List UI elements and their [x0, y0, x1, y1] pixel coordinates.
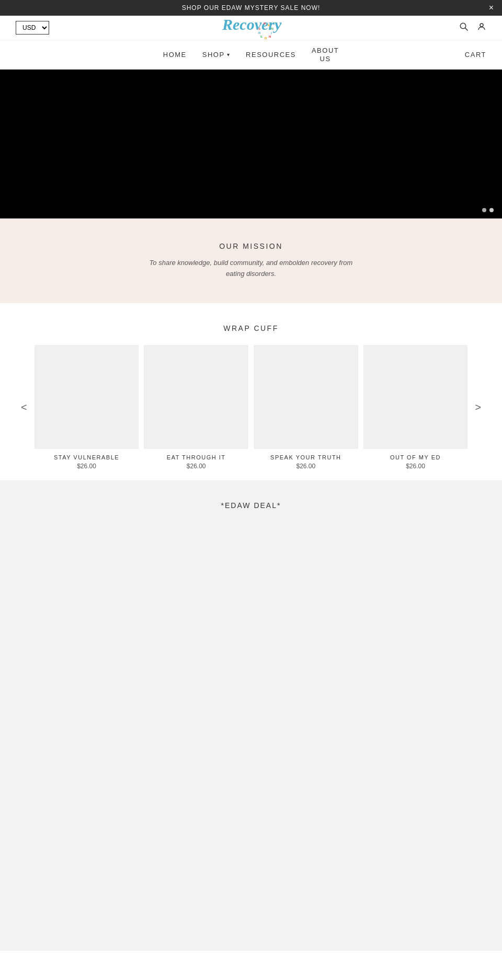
svg-point-13 — [480, 24, 483, 27]
header-left: USD — [16, 21, 49, 34]
carousel-next-button[interactable]: > — [470, 396, 486, 419]
product-image — [35, 345, 139, 449]
nav-home[interactable]: HOME — [163, 51, 187, 59]
wrap-cuff-section: WRAP CUFF < STAY VULNERABLE $26.00 EAT T… — [0, 303, 502, 481]
product-card[interactable]: STAY VULNERABLE $26.00 — [35, 345, 139, 470]
announcement-close-button[interactable]: × — [489, 3, 494, 13]
svg-text:D: D — [265, 37, 267, 40]
products-grid: STAY VULNERABLE $26.00 EAT THROUGH IT $2… — [35, 345, 468, 470]
svg-text:E: E — [260, 35, 263, 38]
nav-items-center: HOME SHOP ▾ RESOURCES ABOUT US — [163, 47, 339, 63]
svg-point-11 — [460, 23, 466, 29]
product-card[interactable]: SPEAK YOUR TRUTH $26.00 — [254, 345, 358, 470]
nav-resources[interactable]: RESOURCES — [246, 51, 296, 59]
hero-dot-1[interactable] — [482, 208, 486, 212]
svg-text:S: S — [258, 27, 260, 30]
hero-slideshow[interactable] — [0, 70, 502, 218]
chevron-down-icon: ▾ — [227, 52, 231, 57]
wrap-cuff-title: WRAP CUFF — [16, 324, 486, 332]
nav-cart[interactable]: CART — [465, 51, 486, 59]
svg-text:E: E — [268, 24, 270, 27]
product-name: OUT OF MY ED — [363, 454, 468, 460]
header-right — [459, 22, 486, 34]
edaw-section: *EDAW DEAL* — [0, 480, 502, 951]
product-image — [363, 345, 468, 449]
account-icon[interactable] — [477, 22, 486, 34]
product-name: STAY VULNERABLE — [35, 454, 139, 460]
mission-section: OUR MISSION To share knowledge, build co… — [0, 218, 502, 303]
svg-text:N: N — [269, 35, 271, 38]
product-image — [144, 345, 248, 449]
search-icon[interactable] — [459, 22, 469, 34]
nav-about-us[interactable]: ABOUT US — [312, 47, 339, 63]
product-price: $26.00 — [35, 463, 139, 470]
nav: HOME SHOP ▾ RESOURCES ABOUT US CART — [0, 40, 502, 70]
mission-text: To share knowledge, build community, and… — [146, 258, 356, 280]
product-price: $26.00 — [254, 463, 358, 470]
logo-svg: Recovery R E M I N D E R — [217, 10, 285, 44]
edaw-title: *EDAW DEAL* — [16, 501, 486, 510]
header: USD Recovery R E M I N D — [0, 16, 502, 40]
svg-text:M: M — [271, 27, 273, 30]
product-card[interactable]: EAT THROUGH IT $26.00 — [144, 345, 248, 470]
product-name: SPEAK YOUR TRUTH — [254, 454, 358, 460]
svg-text:Recovery: Recovery — [222, 16, 282, 33]
product-price: $26.00 — [363, 463, 468, 470]
hero-dots — [482, 208, 494, 212]
nav-shop[interactable]: SHOP ▾ — [202, 51, 230, 59]
svg-text:R: R — [258, 31, 261, 34]
product-card[interactable]: OUT OF MY ED $26.00 — [363, 345, 468, 470]
mission-title: OUR MISSION — [16, 242, 486, 250]
product-name: EAT THROUGH IT — [144, 454, 248, 460]
svg-line-12 — [465, 28, 468, 30]
currency-selector[interactable]: USD — [16, 21, 49, 34]
products-carousel: < STAY VULNERABLE $26.00 EAT THROUGH IT … — [16, 345, 486, 470]
product-price: $26.00 — [144, 463, 248, 470]
carousel-prev-button[interactable]: < — [16, 396, 32, 419]
svg-text:R: R — [264, 22, 266, 25]
hero-dot-2[interactable] — [489, 208, 494, 212]
product-image — [254, 345, 358, 449]
